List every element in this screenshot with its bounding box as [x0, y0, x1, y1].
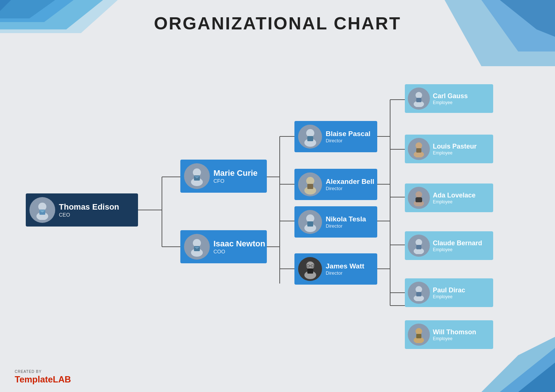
svg-rect-75 [416, 245, 421, 249]
node-dir2: Alexander Bell Director [294, 169, 377, 200]
dir2-role: Director [326, 186, 374, 191]
svg-rect-68 [416, 148, 421, 153]
svg-rect-50 [307, 136, 313, 141]
dir2-text: Alexander Bell Director [326, 178, 374, 192]
svg-rect-78 [416, 292, 421, 296]
dir3-role: Director [326, 223, 366, 229]
footer: CREATED BY TemplateLAB [15, 370, 71, 385]
emp2-text: Louis Pasteur Employee [433, 143, 477, 156]
emp6-role: Employee [433, 336, 476, 341]
cfo-name: Marie Curie [213, 168, 258, 178]
emp4-text: Claude Bernard Employee [433, 239, 482, 252]
emp2-name: Louis Pasteur [433, 143, 477, 150]
footer-template: Template [15, 374, 53, 384]
dir1-role: Director [326, 138, 370, 143]
svg-point-76 [416, 286, 422, 293]
footer-created-by: CREATED BY [15, 370, 71, 374]
dir2-name: Alexander Bell [326, 178, 374, 186]
svg-point-69 [416, 191, 422, 198]
emp1-name: Carl Gauss [433, 92, 468, 100]
page-title: ORGANIZATIONAL CHART [0, 0, 555, 33]
avatar-emp5 [408, 282, 430, 304]
emp5-text: Paul Dirac Employee [433, 286, 465, 299]
ceo-name: Thomas Edison [59, 202, 119, 212]
avatar-ceo [29, 197, 55, 223]
svg-rect-53 [307, 184, 313, 189]
emp5-role: Employee [433, 294, 465, 299]
avatar-dir1 [298, 125, 322, 149]
avatar-emp2 [408, 138, 430, 160]
emp6-text: Will Thomson Employee [433, 328, 476, 341]
cfo-role: CFO [213, 178, 258, 184]
node-emp5: Paul Dirac Employee [405, 278, 493, 307]
dir1-name: Blaise Pascal [326, 130, 370, 138]
avatar-emp1 [408, 88, 430, 110]
svg-point-54 [306, 214, 314, 222]
node-emp2: Louis Pasteur Employee [405, 135, 493, 163]
node-emp3: Ada Lovelace Employee [405, 183, 493, 212]
dir4-name: James Watt [326, 262, 364, 271]
avatar-dir3 [298, 210, 322, 234]
avatar-dir2 [298, 172, 322, 196]
emp5-name: Paul Dirac [433, 286, 465, 294]
svg-point-73 [416, 239, 422, 246]
dir1-text: Blaise Pascal Director [326, 130, 370, 144]
chart-area: Thomas Edison CEO Marie Curie CFO [0, 41, 555, 372]
footer-brand: TemplateLAB [15, 374, 71, 385]
node-coo: Isaac Newton COO [180, 230, 267, 263]
ceo-text: Thomas Edison CEO [59, 202, 119, 218]
emp3-name: Ada Lovelace [433, 192, 476, 199]
svg-point-44 [193, 239, 201, 247]
node-emp1: Carl Gauss Employee [405, 84, 493, 113]
svg-point-51 [306, 177, 314, 185]
footer-lab: LAB [53, 374, 71, 384]
svg-point-66 [416, 142, 422, 149]
svg-point-57 [306, 261, 314, 270]
node-cfo: Marie Curie CFO [180, 160, 267, 193]
avatar-emp3 [408, 187, 430, 209]
avatar-coo [184, 234, 210, 260]
emp4-name: Claude Bernard [433, 239, 482, 247]
dir4-role: Director [326, 270, 364, 276]
svg-rect-65 [416, 98, 421, 102]
node-emp4: Claude Bernard Employee [405, 231, 493, 260]
svg-point-63 [416, 92, 422, 99]
emp2-role: Employee [433, 150, 477, 156]
main-content: ORGANIZATIONAL CHART [0, 0, 555, 392]
svg-rect-72 [416, 197, 422, 202]
node-emp6: Will Thomson Employee [405, 320, 493, 349]
svg-rect-56 [307, 221, 313, 227]
node-dir1: Blaise Pascal Director [294, 121, 377, 152]
dir4-text: James Watt Director [326, 262, 364, 276]
svg-point-40 [193, 168, 201, 177]
node-dir3: Nikola Tesla Director [294, 206, 377, 238]
svg-point-48 [306, 129, 314, 137]
node-ceo: Thomas Edison CEO [26, 193, 138, 227]
svg-rect-59 [307, 268, 313, 274]
emp3-text: Ada Lovelace Employee [433, 192, 476, 204]
svg-point-36 [38, 203, 46, 211]
emp1-text: Carl Gauss Employee [433, 92, 468, 105]
svg-point-79 [416, 328, 422, 335]
dir3-name: Nikola Tesla [326, 215, 366, 224]
avatar-cfo [184, 163, 210, 189]
avatar-emp6 [408, 324, 430, 346]
avatar-emp4 [408, 235, 430, 257]
emp1-role: Employee [433, 100, 468, 105]
ceo-role: CEO [59, 212, 119, 218]
emp6-name: Will Thomson [433, 328, 476, 336]
node-dir4: James Watt Director [294, 253, 377, 285]
cfo-text: Marie Curie CFO [213, 168, 258, 184]
dir3-text: Nikola Tesla Director [326, 215, 366, 229]
coo-text: Isaac Newton COO [213, 239, 265, 254]
svg-rect-81 [416, 334, 421, 338]
avatar-dir4 [298, 257, 322, 281]
emp4-role: Employee [433, 247, 482, 252]
emp3-role: Employee [433, 199, 476, 204]
coo-role: COO [213, 249, 265, 254]
coo-name: Isaac Newton [213, 239, 265, 249]
